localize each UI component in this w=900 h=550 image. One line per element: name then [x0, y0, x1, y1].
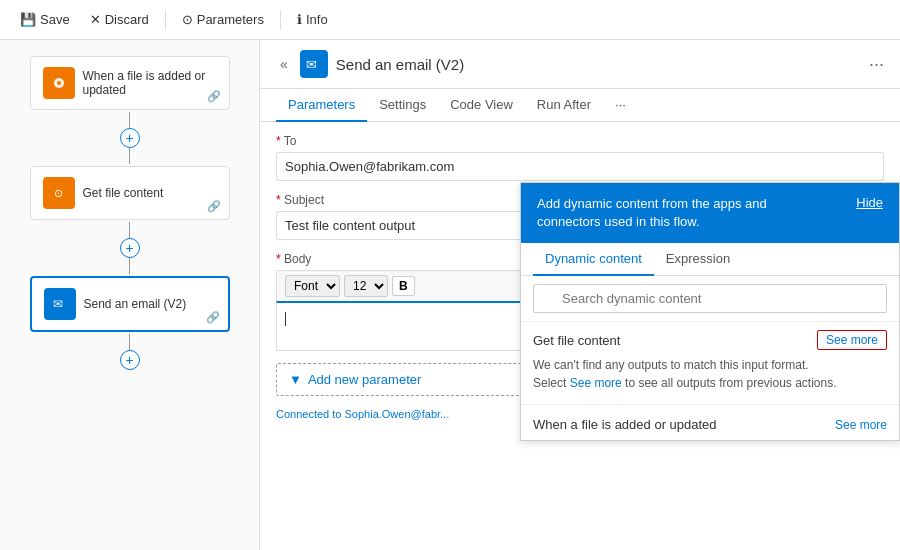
to-input[interactable] — [276, 152, 884, 181]
more-options-button[interactable]: ··· — [869, 54, 884, 75]
dynamic-tab-content[interactable]: Dynamic content — [533, 243, 654, 276]
dynamic-panel-header-text: Add dynamic content from the apps and co… — [537, 195, 817, 231]
parameters-icon: ⊙ — [182, 12, 193, 27]
dynamic-section-get-file: Get file content See more We can't find … — [521, 322, 899, 400]
action-icon: ✉ — [300, 50, 328, 78]
tabs-bar: Parameters Settings Code View Run After … — [260, 89, 900, 122]
body-cursor — [285, 312, 286, 326]
flow-node-send-email[interactable]: ✉ Send an email (V2) 🔗 — [30, 276, 230, 332]
get-file-label: Get file content — [83, 186, 164, 200]
toolbar: 💾 Save ✕ Discard ⊙ Parameters ℹ Info — [0, 0, 900, 40]
action-header: « ✉ Send an email (V2) ··· — [260, 40, 900, 89]
right-panel: « ✉ Send an email (V2) ··· Parameters Se… — [260, 40, 900, 550]
section2-title: When a file is added or updated — [533, 417, 717, 432]
dynamic-section-trigger: When a file is added or updated See more — [521, 409, 899, 440]
info-icon: ℹ — [297, 12, 302, 27]
svg-point-2 — [57, 81, 61, 85]
svg-text:✉: ✉ — [306, 57, 317, 72]
dynamic-tab-expression[interactable]: Expression — [654, 243, 742, 276]
tab-run-after[interactable]: Run After — [525, 89, 603, 122]
see-more-button2[interactable]: See more — [835, 418, 887, 432]
dynamic-panel-hide-button[interactable]: Hide — [856, 195, 883, 210]
get-file-link-icon: 🔗 — [207, 200, 221, 213]
flow-line4 — [129, 258, 130, 274]
add-step3[interactable]: + — [120, 350, 140, 370]
svg-text:⊙: ⊙ — [54, 187, 63, 199]
trigger-label: When a file is added or updated — [83, 69, 217, 97]
tab-more[interactable]: ··· — [603, 89, 638, 122]
toolbar-divider2 — [280, 10, 281, 30]
collapse-button[interactable]: « — [276, 52, 292, 76]
get-file-icon: ⊙ — [43, 177, 75, 209]
see-more-button1[interactable]: See more — [817, 330, 887, 350]
connector2: + — [120, 222, 140, 274]
dynamic-panel-header: Add dynamic content from the apps and co… — [521, 183, 899, 243]
main-layout: When a file is added or updated 🔗 + ⊙ Ge… — [0, 40, 900, 550]
save-icon: 💾 — [20, 12, 36, 27]
font-select[interactable]: Font — [285, 275, 340, 297]
action-title: Send an email (V2) — [336, 56, 464, 73]
svg-text:✉: ✉ — [53, 297, 63, 311]
flow-node-get-file[interactable]: ⊙ Get file content 🔗 — [30, 166, 230, 220]
trigger-icon — [43, 67, 75, 99]
parameters-button[interactable]: ⊙ Parameters — [174, 8, 272, 31]
add-step1[interactable]: + — [120, 128, 140, 148]
save-button[interactable]: 💾 Save — [12, 8, 78, 31]
bold-button[interactable]: B — [392, 276, 415, 296]
discard-button[interactable]: ✕ Discard — [82, 8, 157, 31]
flow-line1 — [129, 112, 130, 128]
send-email-link-icon: 🔗 — [206, 311, 220, 324]
section1-title: Get file content — [533, 333, 620, 348]
action-header-left: « ✉ Send an email (V2) — [276, 50, 464, 78]
dynamic-search-input[interactable] — [533, 284, 887, 313]
to-field-group: * To — [276, 134, 884, 181]
connector1: + — [120, 112, 140, 164]
form-area: * To * Subject * Body — [260, 122, 900, 550]
no-match-see-more-link[interactable]: See more — [570, 376, 622, 390]
connector3: + — [120, 334, 140, 370]
font-size-select[interactable]: 12 — [344, 275, 388, 297]
tab-parameters[interactable]: Parameters — [276, 89, 367, 122]
send-email-icon: ✉ — [44, 288, 76, 320]
tab-code-view[interactable]: Code View — [438, 89, 525, 122]
discard-icon: ✕ — [90, 12, 101, 27]
dynamic-search-area: 🔍 — [521, 276, 899, 322]
dynamic-content-panel: Add dynamic content from the apps and co… — [520, 182, 900, 441]
connected-email: Sophia.Owen@fabr... — [345, 408, 450, 420]
dynamic-divider — [521, 404, 899, 405]
add-step2[interactable]: + — [120, 238, 140, 258]
info-button[interactable]: ℹ Info — [289, 8, 336, 31]
search-wrapper: 🔍 — [533, 284, 887, 313]
flow-line5 — [129, 334, 130, 350]
no-match-text: We can't find any outputs to match this … — [533, 356, 887, 392]
flow-line3 — [129, 222, 130, 238]
add-param-icon: ▼ — [289, 372, 302, 387]
toolbar-divider — [165, 10, 166, 30]
flow-line2 — [129, 148, 130, 164]
tab-settings[interactable]: Settings — [367, 89, 438, 122]
send-email-label: Send an email (V2) — [84, 297, 187, 311]
dynamic-section-header1: Get file content See more — [533, 330, 887, 350]
left-panel: When a file is added or updated 🔗 + ⊙ Ge… — [0, 40, 260, 550]
dynamic-tabs: Dynamic content Expression — [521, 243, 899, 276]
flow-node-trigger[interactable]: When a file is added or updated 🔗 — [30, 56, 230, 110]
to-label: * To — [276, 134, 884, 148]
trigger-link-icon: 🔗 — [207, 90, 221, 103]
